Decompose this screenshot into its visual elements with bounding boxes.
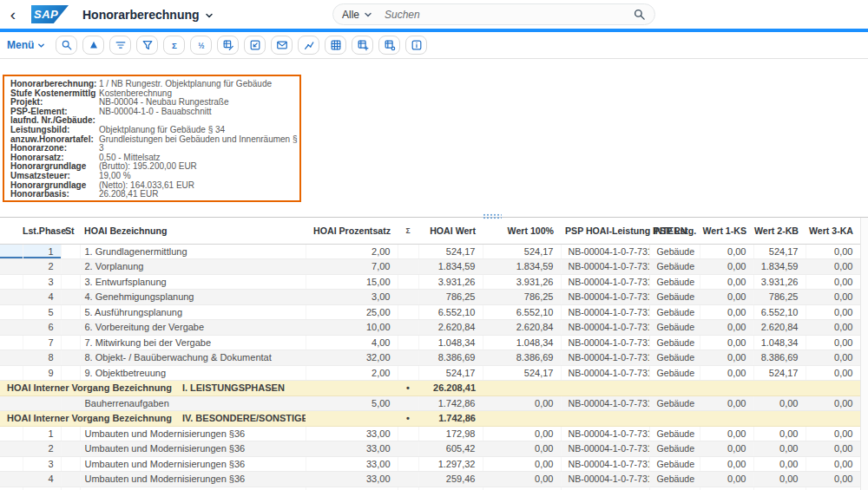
cell-wert-3-ka[interactable]: 0,00 <box>806 274 860 290</box>
cell-wert-2-kb[interactable]: 0,00 <box>753 487 806 490</box>
cell-psp-lstg[interactable]: Gebäude <box>649 335 700 350</box>
cell-lst-phase[interactable] <box>23 395 61 411</box>
cell-sum-marker[interactable] <box>398 259 418 275</box>
cell-psp-hoai-leistung[interactable]: NB-00004-1-0-7-731 <box>561 259 649 275</box>
cell-hoai-wert[interactable]: 2.162,19 <box>418 487 483 490</box>
cell-hoai-prozentsatz[interactable]: 4,00 <box>306 335 398 350</box>
cell-hoai-prozentsatz[interactable]: 33,00 <box>306 456 398 472</box>
cell-st[interactable] <box>61 290 80 305</box>
cell-st[interactable] <box>61 487 80 490</box>
cell-st[interactable] <box>61 395 80 411</box>
cell-pct[interactable] <box>306 381 398 396</box>
cell-row-selector[interactable] <box>0 274 23 290</box>
cell-sum-marker[interactable]: • <box>398 381 418 396</box>
cell-hoai-bezeichnung[interactable]: 9. Objektbetreuung <box>80 365 306 381</box>
cell-wert-100[interactable]: 524,17 <box>483 244 561 259</box>
cell-psp-hoai-leistung[interactable]: NB-00004-1-0-7-731 <box>561 320 649 336</box>
cell-wert-3-ka[interactable]: 0,00 <box>806 456 860 472</box>
cell-wert-1-ks[interactable]: 0,00 <box>700 290 753 305</box>
cell-wert-3-ka[interactable]: 0,00 <box>806 304 860 320</box>
subtotal-row[interactable]: HOAI Interner Vorgang BezeichnungIV. BES… <box>0 411 860 427</box>
table-row[interactable]: 77. Mitwirkung bei der Vergabe4,001.048,… <box>0 335 860 350</box>
cell-st[interactable] <box>61 304 80 320</box>
cell-hoai-prozentsatz[interactable]: 2,00 <box>306 244 398 259</box>
cell-wert-1-ks[interactable]: 0,00 <box>700 320 753 336</box>
cell-wert-1-ks[interactable]: 0,00 <box>700 304 753 320</box>
cell-sum-marker[interactable] <box>398 320 418 336</box>
cell-st[interactable] <box>61 244 80 259</box>
table-row[interactable]: 33. Entwurfsplanung15,003.931,263.931,26… <box>0 274 860 290</box>
cell-psp-hoai-leistung[interactable]: NB-00004-1-0-7-731 <box>561 335 649 350</box>
cell-wert-2-kb[interactable]: 1.048,34 <box>753 335 806 350</box>
cell-st[interactable] <box>61 274 80 290</box>
cell-lst-phase[interactable]: 6 <box>23 320 61 336</box>
cell-lst-phase[interactable]: 1 <box>23 244 61 259</box>
cell-wert-100[interactable]: 0,00 <box>483 456 561 472</box>
cell-sum-marker[interactable] <box>398 335 418 350</box>
column-header-name[interactable]: HOAI Bezeichnung <box>80 218 306 244</box>
cell-psp-lstg[interactable]: Gebäude <box>649 350 700 366</box>
table-row[interactable]: 5Umbauten und Modernisierungen §3633,002… <box>0 487 860 490</box>
cell-psp-hoai-leistung[interactable]: NB-00004-1-0-7-731 <box>561 244 649 259</box>
cell-lst-phase[interactable]: 1 <box>23 426 61 441</box>
cell-psp-lstg[interactable]: Gebäude <box>649 487 700 490</box>
cell-wert-3-ka[interactable]: 0,00 <box>806 320 860 336</box>
cell-hoai-prozentsatz[interactable]: 7,00 <box>306 259 398 275</box>
cell-row-selector[interactable] <box>0 320 23 336</box>
cell-psp-lstg[interactable]: Gebäude <box>649 304 700 320</box>
cell-psp-hoai-leistung[interactable]: NB-00004-1-0-7-731 <box>561 365 649 381</box>
cell-hoai-prozentsatz[interactable]: 33,00 <box>306 472 398 487</box>
cell-lst-phase[interactable]: 8 <box>23 350 61 366</box>
cell-wert-1-ks[interactable]: 0,00 <box>700 274 753 290</box>
table-row[interactable]: 3Umbauten und Modernisierungen §3633,001… <box>0 456 860 472</box>
cell-wert-100[interactable]: 0,00 <box>483 472 561 487</box>
cell-row-selector[interactable] <box>0 395 23 411</box>
cell-row-selector[interactable] <box>0 472 23 487</box>
cell-hoai-bezeichnung[interactable]: Umbauten und Modernisierungen §36 <box>80 472 306 487</box>
table-row[interactable]: 55. Ausführungsplanung25,006.552,106.552… <box>0 304 860 320</box>
column-header-lstg[interactable]: PSP Lstg. <box>649 218 700 244</box>
cell-wert-1-ks[interactable]: 0,00 <box>700 259 753 275</box>
cell-wert-3-ka[interactable]: 0,00 <box>806 441 860 457</box>
cell-psp-hoai-leistung[interactable]: NB-00004-1-0-7-731 <box>561 472 649 487</box>
table-row[interactable]: 4Umbauten und Modernisierungen §3633,002… <box>0 472 860 487</box>
cell-wert-3-ka[interactable]: 0,00 <box>806 395 860 411</box>
cell-psp-hoai-leistung[interactable]: NB-00004-1-0-7-731 <box>561 395 649 411</box>
subtotal-label-cell[interactable]: HOAI Interner Vorgang BezeichnungIV. BES… <box>0 411 306 427</box>
cell-hoai-wert[interactable]: 1.742,86 <box>418 411 483 427</box>
cell-wert-2-kb[interactable]: 0,00 <box>753 426 806 441</box>
cell-psp-lstg[interactable]: Gebäude <box>649 320 700 336</box>
column-header-w3[interactable]: Wert 3-KA <box>806 218 860 244</box>
table-row[interactable]: 66. Vorbereitung der Vergabe10,002.620,8… <box>0 320 860 336</box>
cell-sum-marker[interactable] <box>398 395 418 411</box>
cell-wert-3-ka[interactable]: 0,00 <box>806 259 860 275</box>
cell-wert-1-ks[interactable]: 0,00 <box>700 365 753 381</box>
cell-row-selector[interactable] <box>0 426 23 441</box>
cell-psp-lstg[interactable]: Gebäude <box>649 259 700 275</box>
cell-hoai-prozentsatz[interactable]: 33,00 <box>306 426 398 441</box>
cell-wert-1-ks[interactable]: 0,00 <box>700 487 753 490</box>
cell-psp-hoai-leistung[interactable]: NB-00004-1-0-7-731 <box>561 456 649 472</box>
column-header-sel[interactable] <box>0 218 23 244</box>
column-header-phase[interactable]: Lst.Phase <box>23 218 61 244</box>
cell-st[interactable] <box>61 259 80 275</box>
cell-psp-hoai-leistung[interactable]: NB-00004-1-0-7-731 <box>561 304 649 320</box>
cell-wert-3-ka[interactable]: 0,00 <box>806 365 860 381</box>
cell-wert-100[interactable]: 1.834,59 <box>483 259 561 275</box>
table-row[interactable]: 1Umbauten und Modernisierungen §3633,001… <box>0 426 860 441</box>
cell-lst-phase[interactable]: 5 <box>23 487 61 490</box>
search-scope-select[interactable]: Alle <box>342 9 372 21</box>
cell-wert-1-ks[interactable]: 0,00 <box>700 472 753 487</box>
cell-hoai-prozentsatz[interactable]: 15,00 <box>306 274 398 290</box>
cell-wert-100[interactable]: 0,00 <box>483 426 561 441</box>
cell-wert-2-kb[interactable]: 786,25 <box>753 290 806 305</box>
cell-sum-marker[interactable] <box>398 487 418 490</box>
column-header-psp[interactable]: PSP HOAI-Leistung INTERN <box>561 218 649 244</box>
cell-wert-3-ka[interactable]: 0,00 <box>806 350 860 366</box>
cell-hoai-bezeichnung[interactable]: 2. Vorplanung <box>80 259 306 275</box>
cell-hoai-bezeichnung[interactable]: 3. Entwurfsplanung <box>80 274 306 290</box>
cell-sum-marker[interactable] <box>398 441 418 457</box>
cell-st[interactable] <box>61 441 80 457</box>
cell-hoai-wert[interactable]: 8.386,69 <box>418 350 483 366</box>
info-button[interactable] <box>405 36 427 55</box>
